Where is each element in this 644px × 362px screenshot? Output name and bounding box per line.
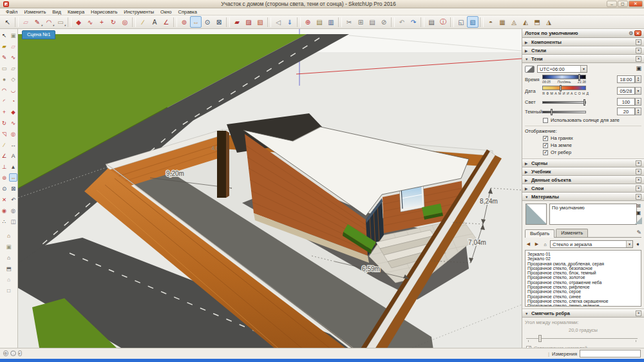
rotate-tool-icon[interactable]: ↻ xyxy=(0,119,8,127)
rotated-rectangle-tool-icon[interactable]: ▱ xyxy=(9,64,17,72)
rectangle-tool-icon[interactable]: ▭▾ xyxy=(55,16,66,28)
checkbox-2[interactable] xyxy=(543,150,548,155)
panel-styles[interactable]: ▶ Стили ✕ xyxy=(522,46,644,55)
sample-paint-icon[interactable] xyxy=(635,217,642,224)
protractor-tool-icon[interactable]: ∠ xyxy=(0,151,8,160)
panel-shadows[interactable]: ▼ Тени ✕ xyxy=(522,55,644,63)
checkbox-0[interactable] xyxy=(543,136,548,141)
eyedropper-icon[interactable]: ✎ xyxy=(636,229,641,236)
close-icon[interactable]: ✕ xyxy=(636,56,641,62)
angle-slider[interactable] xyxy=(526,335,638,341)
material-item-7[interactable]: Прозрачное стекло, рифленое xyxy=(527,285,639,289)
tape-measure-tool-icon[interactable]: ∕ xyxy=(137,16,149,28)
previous-view-button-icon[interactable]: ◁ xyxy=(272,16,284,28)
get-models-button-icon[interactable]: ⌂ xyxy=(5,231,13,240)
tray-close-icon[interactable]: ✕ xyxy=(634,30,641,36)
look-around-tool-icon[interactable]: ◎ xyxy=(9,206,17,214)
collection-select[interactable]: Стекло и зеркала▼ xyxy=(550,240,633,248)
panel-materials[interactable]: ▼ Материалы ✕ xyxy=(522,193,644,201)
select-tool-icon[interactable]: ↖ xyxy=(2,16,14,28)
display-pane-icon[interactable]: ▣ xyxy=(636,210,641,216)
close-button[interactable]: ✕ xyxy=(629,1,643,7)
material-item-10[interactable]: Прозрачное стекло, слегка окрашенное xyxy=(527,299,639,303)
save-model-button-icon[interactable]: ▥ xyxy=(325,16,337,28)
shadows-dialog-button-icon[interactable]: ◱ xyxy=(455,16,467,28)
line-tool-icon[interactable]: ✎▾ xyxy=(32,16,43,28)
arc-tool-icon[interactable]: ◠ xyxy=(0,86,8,94)
paint-bucket-tool-icon[interactable]: ▰ xyxy=(0,42,8,50)
back-icon[interactable]: ◀ xyxy=(525,241,532,248)
material-name-field[interactable]: По умолчанию xyxy=(549,204,637,225)
material-item-6[interactable]: Прозрачное стекло, отражение неба xyxy=(527,280,639,285)
rectangle-tool-icon[interactable]: ▭ xyxy=(0,64,8,72)
protractor-tool-icon[interactable]: ∠ xyxy=(160,16,172,28)
tape-measure-tool-icon[interactable]: ∕ xyxy=(0,140,8,149)
menu-7[interactable]: Справка xyxy=(175,9,200,15)
close-icon[interactable]: ✕ xyxy=(636,160,641,166)
shadows-toggle-button-icon[interactable]: ▧ xyxy=(467,16,478,28)
paste-button-icon[interactable]: ▤ xyxy=(366,16,378,28)
orbit-tool-icon[interactable]: ⊚ xyxy=(178,16,190,28)
close-icon[interactable]: ✕ xyxy=(636,169,641,175)
time-input[interactable]: 18:00 xyxy=(617,75,635,83)
material-item-0[interactable]: Зеркало 01 xyxy=(527,252,639,256)
date-input[interactable]: 05/28 xyxy=(617,87,635,95)
date-dropdown[interactable]: ▼ xyxy=(635,87,641,95)
terrain-scratch-tool-icon[interactable]: ▦ xyxy=(497,16,508,28)
import-model-button-icon[interactable]: ⇓ xyxy=(284,16,296,28)
component-box-button-icon[interactable]: ▣ xyxy=(5,242,13,251)
light-input[interactable]: 100 xyxy=(617,98,635,106)
open-model-button-icon[interactable]: ▤ xyxy=(314,16,325,28)
share-model-button-icon[interactable]: ⌂ xyxy=(5,275,13,283)
menu-2[interactable]: Вид xyxy=(49,9,64,15)
material-item-4[interactable]: Прозрачное стекло, блок, темный xyxy=(527,271,639,275)
model-canvas[interactable]: 4,07m 9,20m xyxy=(18,29,522,348)
create-material-icon[interactable]: ⊞ xyxy=(636,203,641,209)
add-detail-tool-icon[interactable]: ◮ xyxy=(543,16,554,28)
panel-instructor[interactable]: ▶ Учебник ✕ xyxy=(522,167,644,176)
pan-tool-icon[interactable]: ⇔ xyxy=(9,173,17,182)
close-icon[interactable]: ✕ xyxy=(636,186,641,191)
use-sun-checkbox[interactable] xyxy=(543,118,548,123)
move-tool-icon[interactable]: + xyxy=(0,108,8,116)
shadow-toggle-icon[interactable] xyxy=(525,66,535,73)
scale-tool-icon[interactable]: ◹ xyxy=(0,129,8,138)
undo-button-icon[interactable]: ↶ xyxy=(396,16,408,28)
material-item-1[interactable]: Зеркало 02 xyxy=(527,256,639,261)
section-plane-tool-icon[interactable]: ◫ xyxy=(9,217,17,225)
close-icon[interactable]: ✕ xyxy=(636,177,641,183)
home-button-icon[interactable]: ⌂ xyxy=(5,253,13,262)
drape-tool-icon[interactable]: ⬒ xyxy=(531,16,543,28)
checkbox-0[interactable] xyxy=(526,346,531,348)
time-slider[interactable] xyxy=(542,75,586,79)
freehand-tool-icon[interactable]: ∿ xyxy=(9,53,17,61)
panel-scenes[interactable]: ▶ Сцены ✕ xyxy=(522,159,644,167)
text-tool-icon[interactable]: A xyxy=(149,16,160,28)
print-button-icon[interactable]: ▤ xyxy=(426,16,437,28)
utc-select[interactable]: UTC+06:00▼ xyxy=(537,65,587,73)
menu-6[interactable]: Окно xyxy=(157,9,175,15)
offset-tool-icon[interactable]: ◎ xyxy=(119,16,131,28)
menu-0[interactable]: Файл xyxy=(3,9,21,15)
date-slider[interactable] xyxy=(542,86,586,90)
close-icon[interactable]: ✕ xyxy=(636,310,641,316)
material-item-9[interactable]: Прозрачное стекло, синее xyxy=(527,294,639,299)
eraser-tool-icon[interactable]: ▱ xyxy=(20,16,32,28)
minimize-button[interactable]: – xyxy=(607,1,617,7)
orbit-tool-icon[interactable]: ⊚ xyxy=(0,173,8,182)
zoom-window-tool-icon[interactable]: ⊠ xyxy=(213,16,225,28)
previous-view-button-icon[interactable]: ↶ xyxy=(9,195,17,204)
move-tool-icon[interactable]: + xyxy=(96,16,108,28)
position-texture-tool-icon[interactable]: ▧ xyxy=(254,16,266,28)
dark-input[interactable]: 20 xyxy=(617,108,635,115)
menu-5[interactable]: Инструменты xyxy=(120,9,157,15)
tab-select[interactable]: Выбрать xyxy=(525,229,554,238)
polygon-tool-icon[interactable]: ◇ xyxy=(9,75,17,83)
close-icon[interactable]: ✕ xyxy=(636,48,641,53)
light-slider[interactable] xyxy=(542,101,586,104)
position-camera-tool-icon[interactable]: ◉ xyxy=(0,206,8,214)
menu-1[interactable]: Изменить xyxy=(21,9,49,15)
pin-icon[interactable]: ⊙ xyxy=(629,30,633,36)
menu-4[interactable]: Нарисовать xyxy=(88,9,120,15)
zoom-extents-tool-icon[interactable]: ✕ xyxy=(0,195,8,204)
